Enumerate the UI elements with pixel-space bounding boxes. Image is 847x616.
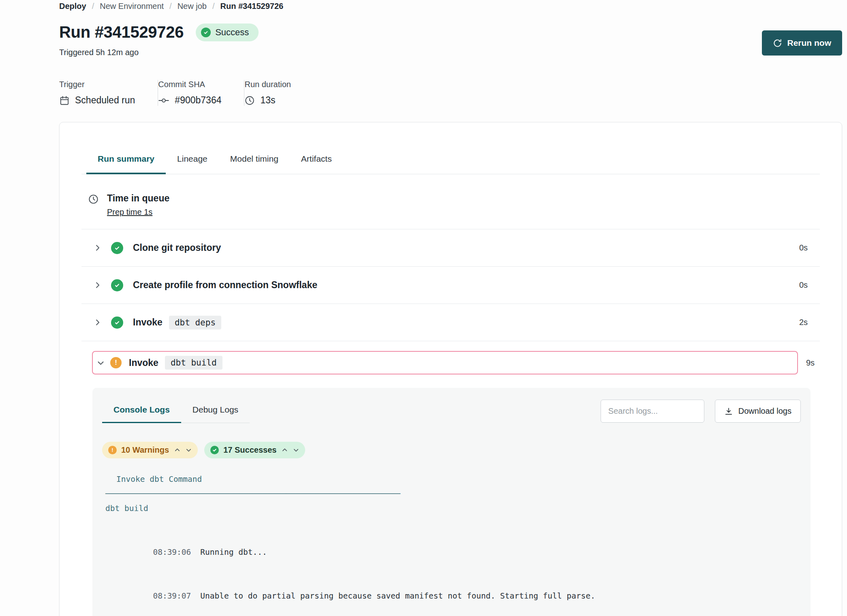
prep-time-link[interactable]: Prep time 1s (107, 207, 152, 217)
meta-commit: Commit SHA #900b7364 (158, 80, 244, 106)
warning-icon: ! (108, 446, 117, 454)
triggered-time: Triggered 5h 12m ago (59, 48, 259, 57)
log-timestamp: 08:39:06 (153, 548, 191, 557)
step-label: Invoke (129, 357, 158, 368)
step-duration: 9s (806, 358, 820, 368)
log-message: Running dbt... (200, 548, 267, 557)
rerun-icon (773, 38, 782, 48)
chevron-up-icon[interactable] (282, 447, 288, 453)
chevron-right-icon[interactable] (94, 281, 101, 289)
calendar-icon (59, 95, 70, 106)
log-separator-line: ────────────────────────────────────────… (102, 487, 801, 501)
chevron-down-icon[interactable] (293, 447, 299, 453)
chevron-down-icon[interactable] (97, 359, 105, 367)
page: Deploy / New Environment / New job / Run… (59, 0, 842, 616)
tab-model-timing[interactable]: Model timing (219, 154, 290, 174)
step-invoke-dbt-deps[interactable]: Invoke dbt deps 2s (81, 304, 820, 341)
chevron-right-icon[interactable] (94, 319, 101, 326)
run-duration-value: 13s (260, 95, 275, 106)
success-check-icon (201, 28, 211, 37)
breadcrumb: Deploy / New Environment / New job / Run… (59, 2, 842, 11)
logs-header: Console Logs Debug Logs Download logs (102, 399, 801, 423)
step-invoke-dbt-build-row: ! Invoke dbt build 9s (92, 351, 820, 374)
log-message: Unable to do partial parsing because sav… (200, 591, 595, 601)
step-invoke-dbt-build[interactable]: ! Invoke dbt build (92, 351, 798, 374)
download-logs-button[interactable]: Download logs (715, 400, 801, 423)
log-timestamp: 08:39:07 (153, 591, 191, 601)
log-blank-line (102, 516, 801, 530)
rerun-now-button[interactable]: Rerun now (762, 30, 843, 56)
breadcrumb-separator: / (92, 2, 94, 11)
log-filter-pills: ! 10 Warnings 17 Successes (102, 442, 801, 458)
time-in-queue-title: Time in queue (107, 193, 169, 204)
warnings-count: 10 Warnings (121, 445, 169, 455)
step-create-profile-snowflake[interactable]: Create profile from connection Snowflake… (81, 267, 820, 304)
download-logs-label: Download logs (738, 406, 791, 416)
time-in-queue-section: Time in queue Prep time 1s (81, 174, 820, 229)
tab-artifacts[interactable]: Artifacts (290, 154, 343, 174)
breadcrumb-deploy[interactable]: Deploy (59, 2, 86, 11)
trigger-label: Trigger (59, 80, 135, 89)
step-label: Create profile from connection Snowflake (133, 280, 317, 291)
clock-icon (88, 193, 99, 217)
step-label: Clone git repository (133, 242, 221, 253)
chevron-right-icon[interactable] (94, 244, 101, 252)
meta-duration: Run duration 13s (244, 80, 314, 106)
clock-icon (244, 95, 255, 106)
commit-sha-label: Commit SHA (158, 80, 221, 89)
chevron-down-icon[interactable] (186, 447, 192, 453)
warnings-pill[interactable]: ! 10 Warnings (102, 442, 198, 458)
page-title: Run #341529726 (59, 23, 184, 41)
chevron-up-icon[interactable] (174, 447, 180, 453)
tab-lineage[interactable]: Lineage (166, 154, 219, 174)
run-tabs: Run summary Lineage Model timing Artifac… (81, 154, 820, 174)
run-meta: Trigger Scheduled run Commit SHA #900b73… (59, 80, 842, 106)
step-duration: 2s (799, 318, 808, 327)
search-logs-input[interactable] (601, 400, 704, 423)
step-command-chip: dbt build (165, 356, 222, 370)
step-label: Invoke (133, 317, 163, 328)
breadcrumb-new-environment[interactable]: New Environment (100, 2, 164, 11)
meta-trigger: Trigger Scheduled run (59, 80, 158, 106)
header-left: Run #341529726 Success Triggered 5h 12m … (59, 23, 259, 57)
tab-console-logs[interactable]: Console Logs (102, 399, 181, 423)
breadcrumb-separator: / (212, 2, 215, 11)
run-card: Run summary Lineage Model timing Artifac… (59, 122, 842, 616)
breadcrumb-new-job[interactable]: New job (178, 2, 207, 11)
log-command-header: Invoke dbt Command (102, 472, 801, 487)
warning-icon: ! (110, 357, 122, 368)
successes-pill[interactable]: 17 Successes (204, 442, 305, 458)
success-check-icon (210, 446, 219, 454)
breadcrumb-separator: / (169, 2, 172, 11)
tab-run-summary[interactable]: Run summary (86, 154, 166, 174)
success-check-icon (111, 279, 123, 291)
rerun-now-label: Rerun now (787, 38, 832, 48)
tab-debug-logs[interactable]: Debug Logs (181, 399, 250, 423)
success-check-icon (111, 242, 123, 254)
commit-icon (158, 95, 169, 106)
success-check-icon (111, 317, 123, 329)
commit-sha-value: #900b7364 (175, 95, 221, 106)
logs-panel: Console Logs Debug Logs Download logs ! … (92, 388, 811, 616)
successes-count: 17 Successes (223, 445, 276, 455)
log-line: 08:39:06Running dbt... (102, 530, 801, 574)
header: Run #341529726 Success Triggered 5h 12m … (59, 23, 842, 57)
status-badge: Success (196, 24, 259, 41)
log-command: dbt build (102, 501, 801, 516)
status-badge-label: Success (215, 27, 249, 38)
step-duration: 0s (799, 280, 808, 290)
step-duration: 0s (799, 243, 808, 252)
breadcrumb-current-run: Run #341529726 (220, 2, 283, 11)
step-command-chip: dbt deps (169, 316, 221, 329)
step-clone-git-repository[interactable]: Clone git repository 0s (81, 229, 820, 267)
log-line: 08:39:07Unable to do partial parsing bec… (102, 574, 801, 616)
log-tabs: Console Logs Debug Logs (102, 399, 250, 423)
download-icon (724, 407, 733, 416)
trigger-value: Scheduled run (75, 95, 135, 106)
run-duration-label: Run duration (244, 80, 291, 89)
log-output: Invoke dbt Command ─────────────────────… (102, 472, 801, 616)
